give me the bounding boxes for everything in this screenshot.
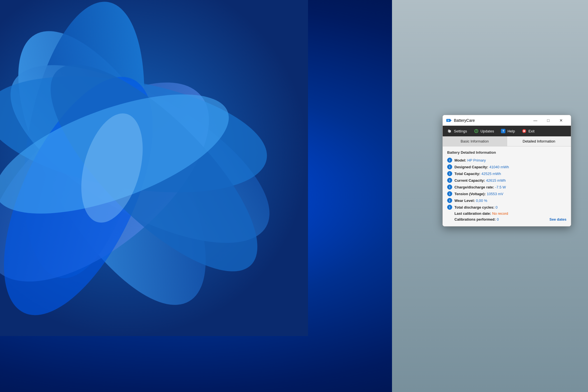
info-row-tension: i Tension (Voltage): 10553 mV [447, 190, 566, 197]
content-area: Battery Detailed Information i Model: HP… [443, 146, 571, 226]
help-menu-item[interactable]: ? Help [498, 127, 518, 135]
svg-text:?: ? [502, 129, 504, 133]
info-icon-charge-discharge: i [447, 185, 452, 190]
bloom-svg [0, 0, 308, 336]
section-title: Battery Detailed Information [447, 150, 566, 155]
info-icon-wear-level: i [447, 198, 452, 203]
tab-basic-information[interactable]: Basic Information [443, 136, 507, 146]
close-button[interactable]: ✕ [555, 115, 568, 126]
minimize-button[interactable]: — [529, 115, 542, 126]
svg-rect-11 [451, 120, 451, 121]
info-row-wear-level: i Wear Level: 0,00 % [447, 197, 566, 204]
exit-label: Exit [528, 129, 535, 133]
tab-detailed-information[interactable]: Detailed Information [507, 136, 571, 146]
info-icon-tension: i [447, 191, 452, 196]
info-row-last-calibration: Last calibration date: No record [447, 211, 566, 216]
see-dates-link[interactable]: See dates [549, 217, 566, 221]
info-icon-model: i [447, 158, 452, 163]
window-title: BatteryCare [454, 118, 529, 123]
exit-menu-item[interactable]: Exit [519, 127, 537, 135]
help-icon: ? [501, 129, 506, 134]
info-icon-designed-capacity: i [447, 164, 452, 169]
info-row-model: i Model: HP Primary [447, 157, 566, 164]
info-row-charge-discharge: i Charge/discharge rate: -7.5 W [447, 184, 566, 190]
settings-menu-item[interactable]: Settings [444, 127, 470, 135]
app-window: BatteryCare — □ ✕ Settings [442, 115, 571, 227]
info-row-total-capacity: i Total Capacity: 42525 mWh [447, 170, 566, 177]
svg-point-15 [475, 130, 477, 132]
info-row-designed-capacity: i Designed Capacity: 41040 mWh [447, 164, 566, 170]
window-controls: — □ ✕ [529, 115, 568, 126]
gear-icon [447, 129, 452, 134]
info-row-current-capacity: i Current Capacity: 42615 mWh [447, 177, 566, 184]
maximize-button[interactable]: □ [542, 115, 555, 126]
app-icon [446, 118, 452, 123]
refresh-icon [474, 129, 479, 134]
updates-label: Updates [480, 129, 494, 133]
info-icon-current-capacity: i [447, 178, 452, 183]
settings-label: Settings [454, 129, 467, 133]
title-bar: BatteryCare — □ ✕ [443, 115, 571, 126]
menu-bar: Settings Updates ? [443, 126, 571, 136]
exit-icon [522, 129, 527, 134]
info-icon-total-capacity: i [447, 171, 452, 176]
info-row-discharge-cycles: i Total discharge cycles: 0 [447, 204, 566, 211]
desktop: BatteryCare — □ ✕ Settings [0, 0, 588, 392]
updates-menu-item[interactable]: Updates [471, 127, 497, 135]
tab-bar: Basic Information Detailed Information [443, 136, 571, 146]
info-icon-discharge-cycles: i [447, 205, 452, 210]
info-row-calibrations: Calibrations performed: 0 See dates [447, 216, 566, 222]
help-label: Help [507, 129, 515, 133]
